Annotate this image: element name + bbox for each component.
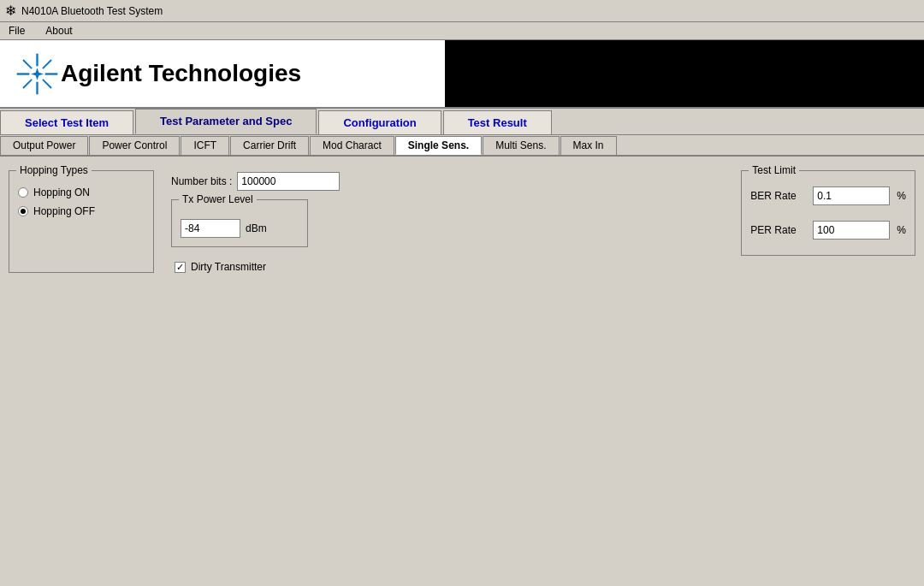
dirty-transmitter-checkbox[interactable] (175, 262, 186, 273)
svg-line-6 (43, 60, 51, 68)
tx-power-row: dBm (181, 219, 299, 238)
per-rate-row: PER Rate % (750, 221, 906, 240)
main-tabs: Select Test Item Test Parameter and Spec… (0, 109, 924, 135)
ber-rate-input[interactable] (813, 186, 890, 205)
ber-rate-row: BER Rate % (750, 186, 906, 205)
subtab-power-control[interactable]: Power Control (89, 136, 180, 155)
dirty-transmitter-label: Dirty Transmitter (191, 261, 266, 273)
header-area: Agilent Technologies (0, 40, 924, 109)
subtab-output-power[interactable]: Output Power (0, 136, 88, 155)
ber-rate-label: BER Rate (750, 190, 806, 202)
subtab-carrier-drift[interactable]: Carrier Drift (230, 136, 309, 155)
test-limit-section: Test Limit BER Rate % PER Rate % (741, 165, 915, 273)
header-black-panel (445, 40, 924, 107)
radio-circle-on (18, 187, 28, 198)
subtab-icft[interactable]: ICFT (181, 136, 229, 155)
tx-power-input[interactable] (181, 219, 240, 238)
tab-test-param-spec[interactable]: Test Parameter and Spec (135, 109, 317, 134)
svg-line-4 (23, 60, 32, 68)
number-bits-label: Number bits : (171, 175, 232, 187)
radio-circle-off (18, 206, 28, 216)
title-bar: ❄ N4010A Bluetooth Test System (0, 0, 924, 22)
subtab-multi-sens[interactable]: Multi Sens. (483, 136, 559, 155)
content-area: Hopping Types Hopping ON Hopping OFF Num… (0, 157, 924, 281)
hopping-radio-group: Hopping ON Hopping OFF (18, 186, 145, 217)
sub-tabs: Output Power Power Control ICFT Carrier … (0, 135, 924, 157)
dirty-transmitter-row[interactable]: Dirty Transmitter (175, 261, 340, 273)
radio-label-hopping-on: Hopping ON (33, 186, 90, 198)
logo-text: Agilent Technologies (61, 60, 301, 87)
number-bits-input[interactable] (237, 172, 340, 191)
svg-marker-8 (31, 68, 44, 80)
app-icon: ❄ (5, 3, 16, 19)
hopping-types-group: Hopping Types Hopping ON Hopping OFF (9, 170, 154, 273)
subtab-max-in[interactable]: Max In (560, 136, 617, 155)
test-limit-title: Test Limit (749, 164, 799, 176)
tx-power-title: Tx Power Level (179, 193, 257, 205)
per-rate-label: PER Rate (750, 224, 806, 236)
title-bar-text: N4010A Bluetooth Test System (21, 5, 163, 17)
tx-power-group: Tx Power Level dBm (171, 199, 308, 247)
agilent-logo-icon (14, 50, 61, 98)
tab-test-result[interactable]: Test Result (443, 110, 552, 134)
tab-select-test-item[interactable]: Select Test Item (0, 110, 133, 134)
menu-file[interactable]: File (5, 24, 28, 38)
menu-about[interactable]: About (42, 24, 75, 38)
radio-hopping-on[interactable]: Hopping ON (18, 186, 145, 198)
per-rate-unit: % (897, 224, 906, 236)
logo-area: Agilent Technologies (0, 40, 445, 107)
radio-label-hopping-off: Hopping OFF (33, 205, 95, 217)
center-panel: Number bits : Tx Power Level dBm Dirty T… (171, 165, 340, 273)
tab-configuration[interactable]: Configuration (318, 110, 441, 134)
svg-line-5 (43, 79, 51, 87)
test-limit-group: Test Limit BER Rate % PER Rate % (741, 170, 915, 256)
hopping-types-title: Hopping Types (16, 164, 92, 176)
svg-line-7 (23, 79, 32, 87)
tx-power-unit: dBm (246, 222, 267, 234)
per-rate-input[interactable] (813, 221, 890, 240)
subtab-mod-charact[interactable]: Mod Charact (310, 136, 394, 155)
radio-hopping-off[interactable]: Hopping OFF (18, 205, 145, 217)
ber-rate-unit: % (897, 190, 906, 202)
subtab-single-sens[interactable]: Single Sens. (395, 136, 482, 155)
menu-bar: File About (0, 22, 924, 40)
number-bits-row: Number bits : (171, 172, 340, 191)
